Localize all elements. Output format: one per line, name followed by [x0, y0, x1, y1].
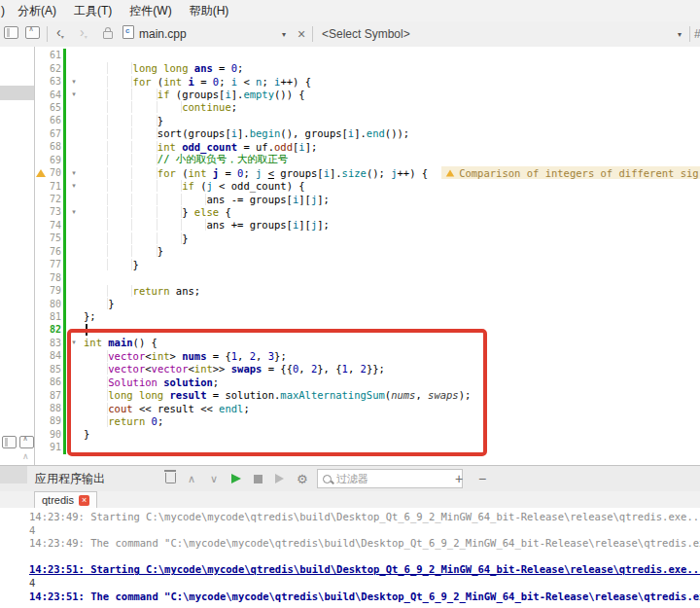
code-line[interactable]: 85 vector<vector<int>> swaps = {{0, 2}, …: [35, 363, 700, 376]
output-line[interactable]: 14:23:51: Starting C:\mycode\mycode\qtre…: [29, 563, 700, 577]
fold-marker-icon[interactable]: ▾: [67, 90, 81, 98]
code-text: vector<vector<int>> swaps = {{0, 2}, {1,…: [81, 363, 385, 375]
code-line[interactable]: 70▾ for (int j = 0; j < groups[i].size()…: [35, 166, 700, 179]
modified-bar: [63, 127, 66, 140]
next-item-icon[interactable]: ∨: [210, 473, 218, 485]
modified-bar: [63, 363, 66, 376]
output-tab-row: qtredis ×: [0, 491, 700, 508]
sidebar-scroll-handle[interactable]: [0, 86, 34, 100]
code-line[interactable]: 91: [35, 441, 700, 453]
modified-bar: [63, 61, 66, 74]
symbol-selector[interactable]: <Select Symbol>: [322, 27, 410, 41]
close-document-icon[interactable]: ×: [298, 28, 305, 40]
code-line[interactable]: 88 cout << result << endl;: [35, 402, 700, 414]
run-icon[interactable]: [231, 470, 241, 487]
code-text: return ans;: [81, 285, 200, 297]
rerun-icon[interactable]: [275, 470, 284, 487]
menu-item[interactable]: ): [0, 4, 9, 18]
code-line[interactable]: 87 long long result = solution.maxAltern…: [35, 388, 700, 401]
toggle-left-sidebar-icon[interactable]: [4, 25, 18, 43]
line-number: 82: [47, 324, 63, 335]
modified-bar: [63, 154, 66, 166]
code-line[interactable]: 66 }: [35, 114, 700, 126]
menu-item[interactable]: 帮助(H): [181, 3, 238, 19]
code-text: cout << result << endl;: [81, 403, 250, 414]
output-pane-header: 应用程序输出 ∧ ∨ ⚙ 过滤器 + −: [0, 466, 700, 491]
close-tab-icon[interactable]: ×: [79, 495, 89, 506]
fold-marker-icon[interactable]: ▾: [67, 208, 81, 216]
code-line[interactable]: 72 ans -= groups[i][j];: [35, 193, 700, 205]
code-line[interactable]: 79 return ans;: [35, 284, 700, 297]
menu-item[interactable]: 工具(T): [65, 3, 121, 19]
symbol-dropdown-icon[interactable]: ▾: [678, 30, 682, 39]
output-line[interactable]: 14:23:51: The command "C:\mycode\mycode\…: [29, 590, 700, 604]
code-line[interactable]: 80 }: [35, 297, 700, 309]
code-text: if (groups[i].empty()) {: [81, 89, 305, 100]
code-line[interactable]: 86 Solution solution;: [35, 376, 700, 388]
code-line[interactable]: 84 vector<int> nums = {1, 2, 3};: [35, 349, 700, 362]
code-line[interactable]: 64▾ if (groups[i].empty()) {: [35, 88, 700, 100]
code-line[interactable]: 62 long long ans = 0;: [35, 61, 700, 74]
fold-marker-icon[interactable]: ▾: [67, 182, 81, 190]
output-pane-title: 应用程序输出: [35, 471, 105, 487]
qt-creator-window: )分析(A)工具(T)控件(W)帮助(H) ‹▾ ›▾ main.cpp ▾ ×…: [0, 0, 700, 608]
code-text: }: [81, 298, 115, 309]
modified-bar: [63, 232, 66, 244]
zoom-in-icon[interactable]: +: [455, 473, 463, 484]
fold-marker-icon[interactable]: ▾: [67, 78, 81, 86]
code-line[interactable]: 61: [35, 49, 700, 61]
forward-icon[interactable]: ›▾: [80, 26, 88, 43]
menu-item[interactable]: 分析(A): [9, 3, 65, 19]
code-line[interactable]: 90}: [35, 428, 700, 441]
back-icon[interactable]: ‹▾: [56, 26, 64, 43]
toolbar-divider: [312, 26, 313, 42]
code-line[interactable]: 63▾ for (int i = 0; i < n; i++) {: [35, 75, 700, 88]
lock-icon[interactable]: [103, 25, 113, 43]
prev-item-icon[interactable]: ∧: [188, 473, 195, 485]
code-line[interactable]: 81};: [35, 310, 700, 323]
stop-icon[interactable]: [254, 470, 262, 487]
fold-marker-icon[interactable]: ▾: [67, 339, 81, 346]
line-number: 65: [47, 102, 63, 113]
open-file-name[interactable]: main.cpp: [139, 27, 187, 41]
line-number: 71: [47, 181, 63, 192]
code-line[interactable]: 77 }: [35, 258, 700, 270]
output-tab-qtredis[interactable]: qtredis ×: [34, 491, 97, 508]
modified-bar: [63, 337, 66, 349]
scroll-up-icon[interactable]: ∧: [22, 451, 29, 461]
line-number: 88: [47, 403, 63, 413]
fold-marker-icon[interactable]: ▾: [67, 169, 81, 177]
clipped-toolbar-icon[interactable]: #: [694, 27, 700, 41]
line-number: 72: [47, 194, 63, 204]
line-number: 79: [47, 285, 63, 296]
code-line[interactable]: 76 }: [35, 245, 700, 258]
code-line[interactable]: 65 continue;: [35, 101, 700, 114]
settings-gear-icon[interactable]: ⚙: [297, 473, 308, 485]
file-dropdown-icon[interactable]: ▾: [282, 30, 286, 39]
code-line[interactable]: 78: [35, 270, 700, 283]
code-line[interactable]: 73▾ } else {: [35, 205, 700, 218]
code-line[interactable]: 68 int odd_count = uf.odd[i];: [35, 140, 700, 153]
split-editor-icon[interactable]: [2, 435, 17, 452]
output-line: 4: [29, 577, 700, 590]
code-line[interactable]: 83▾int main() {: [35, 337, 700, 349]
code-line[interactable]: 74 ans += groups[i][j];: [35, 219, 700, 232]
output-filter-input[interactable]: 过滤器: [317, 469, 463, 488]
pane-corner-block: [0, 466, 27, 483]
close-split-icon[interactable]: [19, 435, 34, 452]
code-text: for (int j = 0; j < groups[i].size(); j+…: [81, 166, 700, 179]
code-line[interactable]: 67 sort(groups[i].begin(), groups[i].end…: [35, 127, 700, 140]
zoom-out-icon[interactable]: −: [478, 473, 486, 484]
code-editor[interactable]: 6162 long long ans = 0;63▾ for (int i = …: [35, 47, 700, 467]
modified-bar: [63, 179, 66, 192]
line-number: 63: [47, 76, 63, 87]
menu-item[interactable]: 控件(W): [121, 3, 180, 19]
code-line[interactable]: 89 return 0;: [35, 414, 700, 427]
toggle-bottom-pane-icon[interactable]: [25, 25, 40, 43]
code-line[interactable]: 69 // 小的取负号，大的取正号: [35, 154, 700, 166]
clear-output-icon[interactable]: [165, 470, 176, 487]
line-number: 81: [47, 311, 63, 322]
code-line[interactable]: 71▾ if (j < odd_count) {: [35, 179, 700, 192]
code-line[interactable]: 82: [35, 323, 700, 336]
code-line[interactable]: 75 }: [35, 232, 700, 244]
